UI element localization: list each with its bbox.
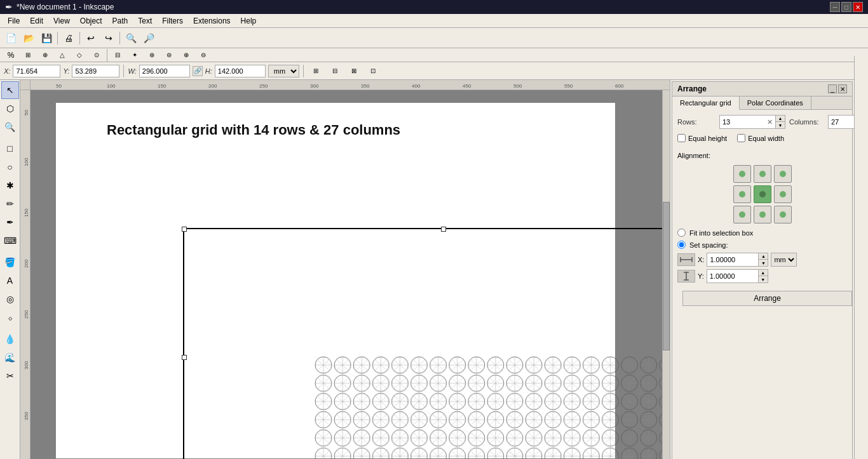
panel-close-button[interactable]: ✕ <box>838 84 847 93</box>
align-bc[interactable] <box>754 206 771 223</box>
menu-path[interactable]: Path <box>107 15 133 27</box>
set-spacing-radio[interactable] <box>677 241 686 249</box>
handle-ml[interactable] <box>182 355 187 360</box>
pen-tool[interactable]: ✒ <box>1 213 19 231</box>
rows-up-button[interactable]: ▲ <box>776 116 785 122</box>
sep2 <box>79 32 80 44</box>
spray-tool[interactable]: 🌊 <box>1 349 19 366</box>
snap-grids[interactable]: ⊙ <box>88 47 105 63</box>
panel-minimize-button[interactable]: _ <box>828 84 837 93</box>
calligraphy-tool[interactable]: ⌨ <box>1 232 19 249</box>
canvas-content[interactable]: Rectangular grid with 14 rows & 27 colum… <box>31 90 662 459</box>
align-tr[interactable] <box>774 165 792 183</box>
menu-help[interactable]: Help <box>236 15 262 27</box>
snap-bbox[interactable]: ⊞ <box>20 47 36 63</box>
connector-tool[interactable]: ⬦ <box>1 309 19 326</box>
menu-text[interactable]: Text <box>133 15 157 27</box>
maximize-button[interactable]: □ <box>841 2 851 12</box>
tab-rectangular-grid[interactable]: Rectangular grid <box>672 96 740 110</box>
dropper-tool[interactable]: 💧 <box>1 330 19 348</box>
snap-opt6[interactable]: ⊖ <box>195 47 212 63</box>
snap-opt1[interactable]: ⊟ <box>109 47 126 63</box>
w-input[interactable] <box>139 65 190 77</box>
arrange-button[interactable]: Arrange <box>682 291 852 306</box>
align-bl[interactable] <box>733 206 751 223</box>
menu-edit[interactable]: Edit <box>25 15 48 27</box>
rect-tool[interactable]: □ <box>1 140 19 157</box>
snap-opt2[interactable]: ✦ <box>126 47 143 63</box>
y-up-button[interactable]: ▲ <box>759 270 768 276</box>
snap-toggle[interactable]: % <box>3 47 19 63</box>
menu-file[interactable]: File <box>3 15 25 27</box>
eraser-tool[interactable]: ✂ <box>1 367 19 385</box>
x-spacing-input[interactable] <box>707 253 758 266</box>
menu-object[interactable]: Object <box>75 15 107 27</box>
y-input[interactable] <box>72 65 119 77</box>
snap-midpoints[interactable]: △ <box>54 47 71 63</box>
canvas-area[interactable]: 50 100 150 200 250 300 350 400 450 500 5… <box>20 80 670 459</box>
tab-polar-coordinates[interactable]: Polar Coordinates <box>740 96 811 109</box>
equal-width-checkbox[interactable] <box>737 134 745 142</box>
ellipse-tool[interactable]: ○ <box>1 158 19 176</box>
menu-extensions[interactable]: Extensions <box>188 15 236 27</box>
save-button[interactable]: 💾 <box>38 30 55 46</box>
snap-centers[interactable]: ◇ <box>71 47 88 63</box>
transform3-button[interactable]: ⊠ <box>346 63 362 79</box>
rows-down-button[interactable]: ▼ <box>776 122 785 128</box>
pencil-tool[interactable]: ✏ <box>1 195 19 213</box>
node-tool[interactable]: ⬡ <box>1 100 19 117</box>
align-mc[interactable] <box>754 185 771 203</box>
zoom-out-button[interactable]: 🔎 <box>140 30 157 46</box>
print-button[interactable]: 🖨 <box>60 30 77 46</box>
scroll-v-thumb[interactable] <box>663 202 670 350</box>
x-input[interactable] <box>13 65 60 77</box>
fill-tool[interactable]: 🪣 <box>1 253 19 271</box>
x-down-button[interactable]: ▼ <box>759 260 768 266</box>
unit-select[interactable]: mm px cm in pt <box>268 65 299 77</box>
align-ml[interactable] <box>733 185 751 203</box>
minimize-button[interactable]: ─ <box>830 2 840 12</box>
new-button[interactable]: 📄 <box>3 30 19 46</box>
y-down-button[interactable]: ▼ <box>759 276 768 283</box>
zoom-in-button[interactable]: 🔍 <box>123 30 139 46</box>
align-tl[interactable] <box>733 165 751 183</box>
equal-width-label[interactable]: Equal width <box>748 135 784 142</box>
transform4-button[interactable]: ⊡ <box>365 63 381 79</box>
rows-input[interactable] <box>720 116 764 128</box>
align-br[interactable] <box>774 206 792 223</box>
h-input[interactable] <box>215 65 266 77</box>
transform-button[interactable]: ⊞ <box>308 63 324 79</box>
handle-tc[interactable] <box>441 227 446 232</box>
open-button[interactable]: 📂 <box>20 30 37 46</box>
gradient-tool[interactable]: ◎ <box>1 290 19 308</box>
redo-button[interactable]: ↪ <box>100 30 117 46</box>
fit-label[interactable]: Fit into selection box <box>689 229 753 237</box>
align-tc[interactable] <box>754 165 771 183</box>
snap-nodes[interactable]: ⊕ <box>37 47 53 63</box>
lock-proportions-button[interactable]: 🔗 <box>193 66 203 76</box>
rows-input-wrap: ✕ ▲ ▼ <box>719 115 785 129</box>
equal-height-checkbox[interactable] <box>677 134 686 142</box>
vertical-scrollbar[interactable] <box>662 90 670 459</box>
zoom-tool-l[interactable]: 🔍 <box>1 118 19 136</box>
select-tool[interactable]: ↖ <box>1 81 19 99</box>
snap-opt3[interactable]: ⊛ <box>144 47 160 63</box>
snap-opt4[interactable]: ⊜ <box>161 47 177 63</box>
close-button[interactable]: ✕ <box>853 2 863 12</box>
align-mr[interactable] <box>774 185 792 203</box>
x-up-button[interactable]: ▲ <box>759 253 768 260</box>
spacing-unit-select[interactable]: mm px <box>771 253 797 267</box>
set-spacing-label[interactable]: Set spacing: <box>689 241 728 249</box>
handle-tl[interactable] <box>182 227 187 232</box>
menu-view[interactable]: View <box>48 15 75 27</box>
y-spacing-input[interactable] <box>707 270 758 283</box>
text-tool[interactable]: A <box>1 272 19 289</box>
star-tool[interactable]: ✱ <box>1 176 19 194</box>
equal-height-label[interactable]: Equal height <box>688 135 727 142</box>
fit-radio[interactable] <box>677 229 686 237</box>
transform2-button[interactable]: ⊟ <box>327 63 343 79</box>
rows-clear-button[interactable]: ✕ <box>764 118 775 126</box>
undo-button[interactable]: ↩ <box>83 30 99 46</box>
menu-filters[interactable]: Filters <box>157 15 188 27</box>
snap-opt5[interactable]: ⊕ <box>178 47 194 63</box>
